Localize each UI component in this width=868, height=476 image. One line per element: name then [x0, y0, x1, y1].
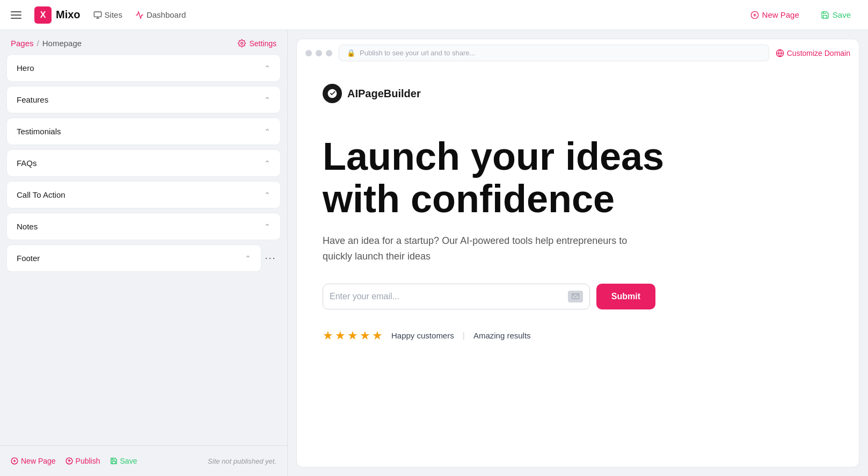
email-form: Submit	[323, 284, 655, 309]
brand-svg-icon	[327, 88, 338, 99]
logo-icon: X	[34, 6, 52, 24]
stat-happy-customers: Happy customers	[391, 331, 454, 340]
star-rating: ★ ★ ★ ★ ★	[323, 329, 383, 343]
chevron-up-icon-features: ⌃	[264, 96, 271, 104]
app-logo: X Mixo	[34, 6, 81, 24]
section-item-footer[interactable]: Footer ⌃ ⋮	[6, 244, 261, 272]
nav-left: X Mixo Sites Dashboard	[11, 6, 186, 24]
stars-row: ★ ★ ★ ★ ★ Happy customers | Amazing resu…	[323, 329, 833, 343]
browser-dot-3	[326, 50, 332, 56]
section-label-notes: Notes	[17, 222, 38, 231]
chevron-up-icon-testimonials: ⌃	[264, 127, 271, 136]
star-5: ★	[372, 329, 383, 343]
chevron-up-icon-notes: ⌃	[264, 222, 271, 231]
section-label-features: Features	[17, 95, 48, 104]
browser-bar: 🔒 Publish to see your url and to share..…	[296, 39, 859, 67]
sites-icon	[93, 11, 102, 19]
nav-right: New Page Save	[744, 7, 857, 23]
sidebar: Pages / Homepage Settings Hero ⌃ Feature…	[0, 30, 288, 476]
star-4: ★	[360, 329, 370, 343]
section-item-testimonials[interactable]: Testimonials ⌃	[6, 118, 281, 145]
chevron-up-icon-cta: ⌃	[264, 191, 271, 199]
nav-dashboard-link[interactable]: Dashboard	[135, 10, 186, 19]
section-item-faqs[interactable]: FAQs ⌃	[6, 149, 281, 177]
sidebar-header: Pages / Homepage Settings	[0, 30, 287, 54]
stat-divider: |	[463, 331, 465, 341]
dashboard-icon	[135, 11, 144, 19]
top-nav: X Mixo Sites Dashboard New Page Save	[0, 0, 868, 30]
section-label-testimonials: Testimonials	[17, 127, 61, 136]
section-label-footer: Footer	[17, 254, 40, 263]
svg-point-4	[241, 42, 243, 45]
breadcrumb-separator: /	[37, 39, 39, 48]
hamburger-icon[interactable]	[11, 11, 21, 19]
url-bar[interactable]: 🔒 Publish to see your url and to share..…	[339, 45, 769, 61]
submit-button[interactable]: Submit	[596, 284, 655, 309]
save-footer-icon	[110, 457, 118, 465]
app-name: Mixo	[56, 9, 81, 21]
main-content: 🔒 Publish to see your url and to share..…	[288, 30, 868, 476]
email-input[interactable]	[330, 284, 568, 309]
site-brand: AIPageBuilder	[323, 84, 833, 103]
sidebar-footer: New Page Publish Save Site not published…	[0, 445, 287, 476]
svg-rect-0	[94, 12, 101, 17]
section-label-faqs: FAQs	[17, 158, 37, 168]
browser-dot-1	[305, 50, 312, 56]
section-label-hero: Hero	[17, 63, 34, 73]
breadcrumb-pages[interactable]: Pages	[11, 39, 34, 48]
hero-subtext: Have an idea for a startup? Our AI-power…	[323, 233, 645, 264]
top-new-page-button[interactable]: New Page	[744, 7, 806, 23]
save-icon	[821, 11, 829, 19]
section-item-hero[interactable]: Hero ⌃	[6, 54, 281, 82]
breadcrumb: Pages / Homepage	[11, 39, 82, 48]
star-2: ★	[335, 329, 346, 343]
chevron-up-icon-footer: ⌃	[245, 254, 251, 263]
section-item-cta[interactable]: Call To Action ⌃	[6, 181, 281, 208]
preview-area: AIPageBuilder Launch your ideas with con…	[296, 67, 859, 467]
email-icon	[568, 291, 583, 302]
plus-circle-icon	[750, 11, 759, 19]
globe-icon	[776, 49, 784, 57]
sections-list: Hero ⌃ Features ⌃ Testimonials ⌃ FAQs ⌃ …	[0, 54, 287, 445]
brand-name: AIPageBuilder	[347, 88, 421, 100]
breadcrumb-current-page: Homepage	[42, 39, 82, 48]
context-menu-dots[interactable]: ⋮	[265, 253, 276, 264]
section-item-features[interactable]: Features ⌃	[6, 86, 281, 113]
publish-icon	[65, 457, 73, 465]
envelope-icon	[572, 293, 579, 299]
chevron-up-icon-faqs: ⌃	[264, 159, 271, 168]
hero-heading: Launch your ideas with confidence	[323, 135, 698, 220]
stat-amazing-results: Amazing results	[473, 331, 531, 340]
publish-button[interactable]: Publish	[65, 455, 100, 467]
save-button[interactable]: Save	[110, 455, 137, 467]
customize-domain-link[interactable]: Customize Domain	[776, 49, 850, 57]
star-3: ★	[347, 329, 358, 343]
chevron-up-icon-hero: ⌃	[264, 64, 271, 73]
star-1: ★	[323, 329, 333, 343]
section-item-notes[interactable]: Notes ⌃	[6, 213, 281, 240]
brand-logo-icon	[323, 84, 342, 103]
not-published-status: Site not published yet.	[208, 457, 276, 465]
section-label-cta: Call To Action	[17, 190, 65, 199]
settings-button[interactable]: Settings	[238, 39, 276, 48]
url-text: Publish to see your url and to share...	[360, 49, 475, 57]
main-layout: Pages / Homepage Settings Hero ⌃ Feature…	[0, 30, 868, 476]
top-save-button[interactable]: Save	[814, 7, 857, 23]
new-page-button[interactable]: New Page	[11, 455, 56, 467]
email-input-wrap[interactable]	[323, 284, 590, 309]
settings-icon	[238, 39, 246, 47]
browser-dot-2	[316, 50, 322, 56]
nav-sites-link[interactable]: Sites	[93, 10, 122, 19]
new-page-plus-icon	[11, 457, 18, 465]
browser-dots	[305, 50, 332, 56]
lock-icon: 🔒	[347, 49, 355, 57]
